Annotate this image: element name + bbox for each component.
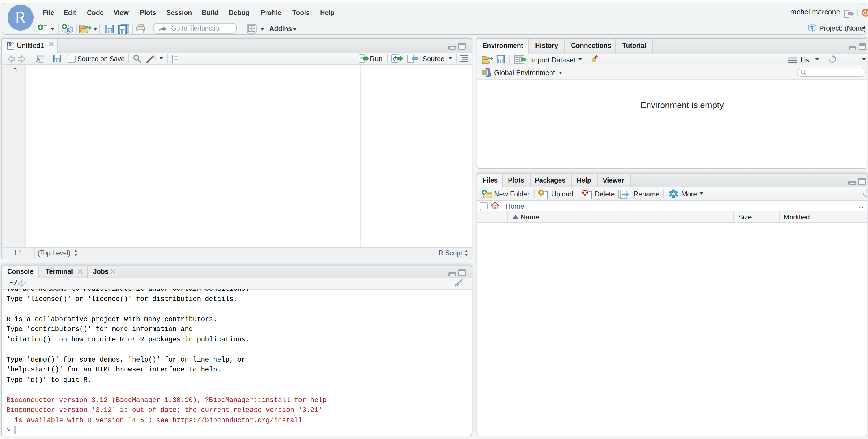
svg-text:R: R [810,25,813,30]
svg-text:R: R [7,41,11,47]
